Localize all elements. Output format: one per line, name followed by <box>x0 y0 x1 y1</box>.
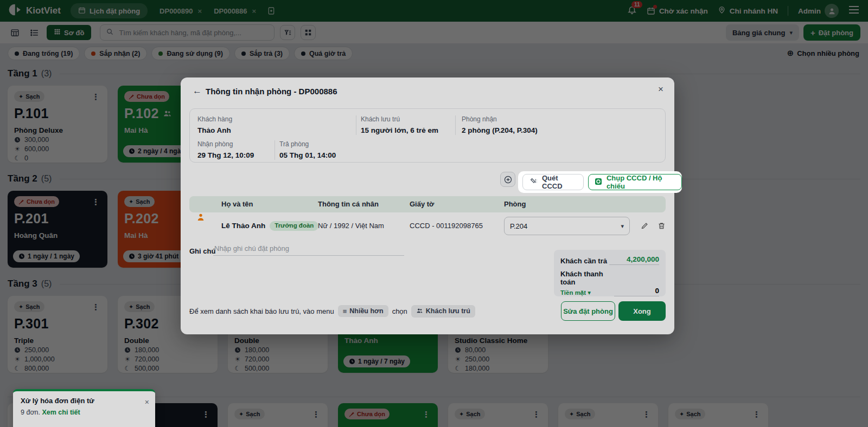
scan-cccd-button[interactable]: Quét CCCD <box>522 174 584 190</box>
app-root: KiotViet Lịch đặt phòng DP000890 × DP000… <box>0 0 868 427</box>
tutorial-dim-overlay <box>0 0 868 427</box>
camera-icon <box>594 177 603 187</box>
scan-cccd-label: Quét CCCD <box>542 174 577 190</box>
capture-cccd-label: Chụp CCCD / Hộ chiếu <box>607 174 676 190</box>
scanner-icon <box>529 177 538 187</box>
cccd-spotlight: Quét CCCD Chụp CCCD / Hộ chiếu <box>518 171 682 193</box>
capture-cccd-button[interactable]: Chụp CCCD / Hộ chiếu <box>588 174 682 190</box>
